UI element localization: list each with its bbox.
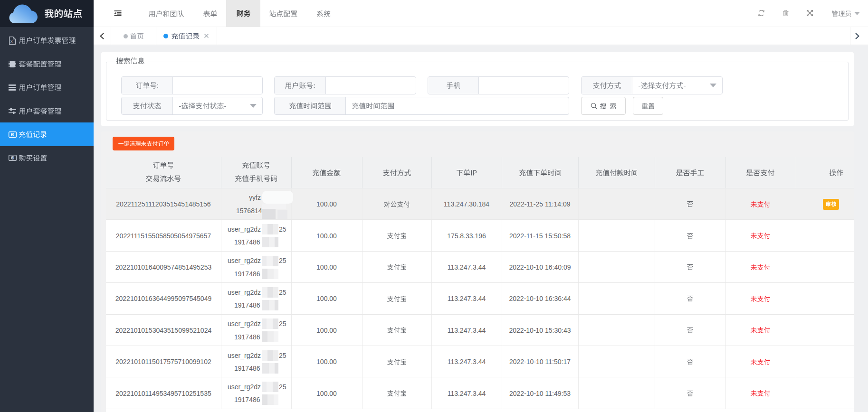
- svg-text:0: 0: [12, 156, 14, 160]
- svg-text:0: 0: [12, 132, 14, 137]
- svg-text:x: x: [10, 39, 13, 44]
